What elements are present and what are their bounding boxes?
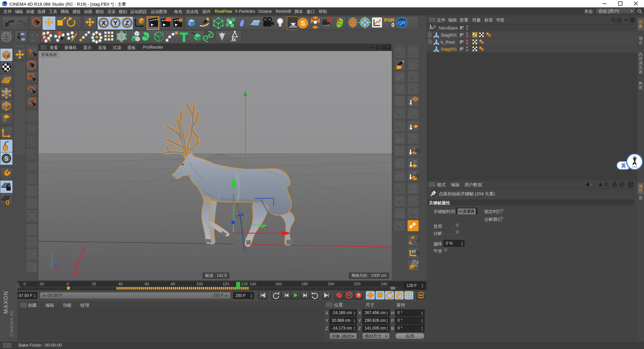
svg-text:Z: Z xyxy=(125,19,129,27)
svg-text:?: ? xyxy=(28,48,33,57)
svg-text:行走的: 行走的 xyxy=(632,166,638,168)
svg-text:0: 0 xyxy=(434,25,436,29)
svg-text:TP: TP xyxy=(31,39,35,42)
svg-text:X: X xyxy=(60,266,63,270)
svg-text:0: 0 xyxy=(391,22,394,28)
svg-text:Z: Z xyxy=(54,264,56,268)
svg-text:?: ? xyxy=(357,293,360,298)
svg-text:X: X xyxy=(102,19,106,27)
svg-text:S: S xyxy=(301,19,305,27)
svg-text:QR: QR xyxy=(398,20,406,26)
svg-text:Y: Y xyxy=(51,254,53,258)
svg-text:Y: Y xyxy=(113,19,118,27)
svg-text:P: P xyxy=(397,293,400,298)
svg-text:(): () xyxy=(6,199,9,205)
svg-text:.fx: .fx xyxy=(230,37,236,42)
